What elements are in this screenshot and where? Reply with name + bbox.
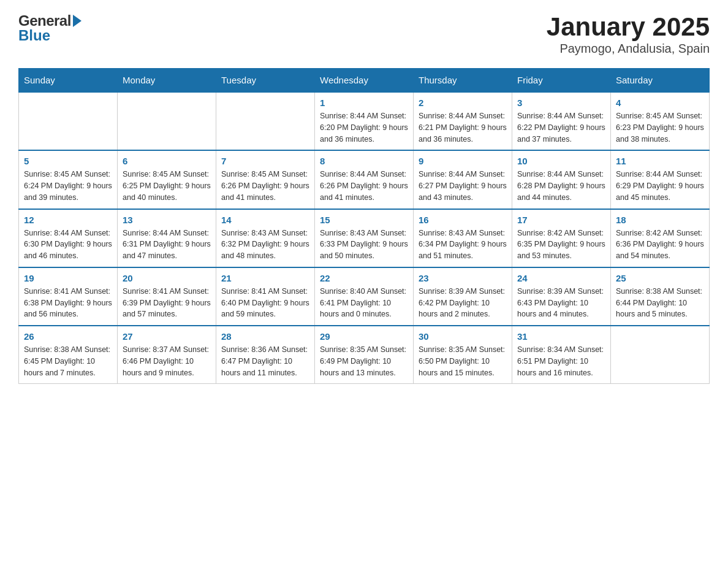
calendar-week-2: 5Sunrise: 8:45 AM Sunset: 6:24 PM Daylig…	[19, 150, 710, 209]
day-info: Sunrise: 8:45 AM Sunset: 6:24 PM Dayligh…	[24, 169, 112, 203]
day-info: Sunrise: 8:37 AM Sunset: 6:46 PM Dayligh…	[123, 344, 211, 378]
day-number: 9	[419, 156, 507, 166]
day-info: Sunrise: 8:38 AM Sunset: 6:44 PM Dayligh…	[616, 286, 704, 320]
calendar-day: 11Sunrise: 8:44 AM Sunset: 6:29 PM Dayli…	[611, 150, 710, 209]
day-info: Sunrise: 8:44 AM Sunset: 6:21 PM Dayligh…	[419, 110, 507, 145]
day-info: Sunrise: 8:45 AM Sunset: 6:25 PM Dayligh…	[123, 169, 211, 203]
calendar-day: 26Sunrise: 8:38 AM Sunset: 6:45 PM Dayli…	[19, 326, 118, 384]
day-number: 14	[221, 215, 309, 225]
day-info: Sunrise: 8:35 AM Sunset: 6:50 PM Dayligh…	[419, 344, 507, 378]
day-info: Sunrise: 8:35 AM Sunset: 6:49 PM Dayligh…	[320, 344, 408, 378]
day-number: 5	[24, 156, 112, 166]
day-info: Sunrise: 8:44 AM Sunset: 6:26 PM Dayligh…	[320, 169, 408, 203]
calendar-day: 5Sunrise: 8:45 AM Sunset: 6:24 PM Daylig…	[19, 150, 118, 209]
weekday-header-wednesday: Wednesday	[315, 69, 414, 93]
day-number: 27	[123, 331, 211, 342]
calendar-header: SundayMondayTuesdayWednesdayThursdayFrid…	[19, 69, 710, 93]
logo: General Blue	[18, 12, 82, 44]
calendar-title: January 2025	[547, 12, 710, 42]
day-number: 1	[320, 98, 408, 108]
day-number: 31	[517, 331, 605, 342]
calendar-day: 7Sunrise: 8:45 AM Sunset: 6:26 PM Daylig…	[216, 150, 315, 209]
day-info: Sunrise: 8:36 AM Sunset: 6:47 PM Dayligh…	[221, 344, 309, 378]
calendar-day: 10Sunrise: 8:44 AM Sunset: 6:28 PM Dayli…	[512, 150, 611, 209]
day-number: 18	[616, 215, 704, 225]
day-number: 17	[517, 215, 605, 225]
calendar-day: 23Sunrise: 8:39 AM Sunset: 6:42 PM Dayli…	[414, 267, 512, 326]
calendar-day: 30Sunrise: 8:35 AM Sunset: 6:50 PM Dayli…	[414, 326, 512, 384]
day-number: 7	[221, 156, 309, 166]
calendar-day: 27Sunrise: 8:37 AM Sunset: 6:46 PM Dayli…	[118, 326, 216, 384]
day-info: Sunrise: 8:45 AM Sunset: 6:23 PM Dayligh…	[616, 110, 704, 145]
weekday-header-tuesday: Tuesday	[216, 69, 315, 93]
day-number: 10	[517, 156, 605, 166]
day-number: 25	[616, 273, 704, 283]
calendar-day: 24Sunrise: 8:39 AM Sunset: 6:43 PM Dayli…	[512, 267, 611, 326]
day-number: 16	[419, 215, 507, 225]
day-number: 2	[419, 98, 507, 108]
calendar-day: 13Sunrise: 8:44 AM Sunset: 6:31 PM Dayli…	[118, 209, 216, 267]
calendar-day: 2Sunrise: 8:44 AM Sunset: 6:21 PM Daylig…	[414, 92, 512, 150]
weekday-header-monday: Monday	[118, 69, 216, 93]
day-number: 29	[320, 331, 408, 342]
calendar-day: 28Sunrise: 8:36 AM Sunset: 6:47 PM Dayli…	[216, 326, 315, 384]
day-number: 21	[221, 273, 309, 283]
day-number: 24	[517, 273, 605, 283]
weekday-header-sunday: Sunday	[19, 69, 118, 93]
day-number: 28	[221, 331, 309, 342]
day-number: 22	[320, 273, 408, 283]
day-number: 4	[616, 98, 704, 108]
day-info: Sunrise: 8:43 AM Sunset: 6:33 PM Dayligh…	[320, 228, 408, 262]
day-number: 6	[123, 156, 211, 166]
calendar-week-3: 12Sunrise: 8:44 AM Sunset: 6:30 PM Dayli…	[19, 209, 710, 267]
calendar-day: 15Sunrise: 8:43 AM Sunset: 6:33 PM Dayli…	[315, 209, 414, 267]
calendar-day: 9Sunrise: 8:44 AM Sunset: 6:27 PM Daylig…	[414, 150, 512, 209]
calendar-day	[118, 92, 216, 150]
calendar-day: 25Sunrise: 8:38 AM Sunset: 6:44 PM Dayli…	[611, 267, 710, 326]
day-info: Sunrise: 8:40 AM Sunset: 6:41 PM Dayligh…	[320, 286, 408, 320]
day-info: Sunrise: 8:44 AM Sunset: 6:20 PM Dayligh…	[320, 110, 408, 145]
logo-arrow-icon	[73, 15, 82, 27]
weekday-header-saturday: Saturday	[611, 69, 710, 93]
day-info: Sunrise: 8:44 AM Sunset: 6:29 PM Dayligh…	[616, 169, 704, 203]
calendar-day: 16Sunrise: 8:43 AM Sunset: 6:34 PM Dayli…	[414, 209, 512, 267]
day-number: 8	[320, 156, 408, 166]
page-header: General Blue January 2025 Paymogo, Andal…	[18, 12, 710, 56]
day-info: Sunrise: 8:41 AM Sunset: 6:40 PM Dayligh…	[221, 286, 309, 320]
day-info: Sunrise: 8:39 AM Sunset: 6:42 PM Dayligh…	[419, 286, 507, 320]
title-section: January 2025 Paymogo, Andalusia, Spain	[547, 12, 710, 56]
calendar-day: 18Sunrise: 8:42 AM Sunset: 6:36 PM Dayli…	[611, 209, 710, 267]
logo-blue-text: Blue	[18, 27, 50, 44]
day-number: 20	[123, 273, 211, 283]
calendar-day: 20Sunrise: 8:41 AM Sunset: 6:39 PM Dayli…	[118, 267, 216, 326]
calendar-table: SundayMondayTuesdayWednesdayThursdayFrid…	[18, 68, 710, 384]
weekday-header-row: SundayMondayTuesdayWednesdayThursdayFrid…	[19, 69, 710, 93]
day-number: 15	[320, 215, 408, 225]
day-info: Sunrise: 8:39 AM Sunset: 6:43 PM Dayligh…	[517, 286, 605, 320]
day-info: Sunrise: 8:44 AM Sunset: 6:31 PM Dayligh…	[123, 228, 211, 262]
day-number: 26	[24, 331, 112, 342]
calendar-day	[216, 92, 315, 150]
calendar-day: 1Sunrise: 8:44 AM Sunset: 6:20 PM Daylig…	[315, 92, 414, 150]
calendar-day: 29Sunrise: 8:35 AM Sunset: 6:49 PM Dayli…	[315, 326, 414, 384]
day-info: Sunrise: 8:44 AM Sunset: 6:30 PM Dayligh…	[24, 228, 112, 262]
weekday-header-thursday: Thursday	[414, 69, 512, 93]
day-info: Sunrise: 8:44 AM Sunset: 6:27 PM Dayligh…	[419, 169, 507, 203]
weekday-header-friday: Friday	[512, 69, 611, 93]
day-info: Sunrise: 8:44 AM Sunset: 6:22 PM Dayligh…	[517, 110, 605, 145]
day-info: Sunrise: 8:43 AM Sunset: 6:34 PM Dayligh…	[419, 228, 507, 262]
calendar-day: 31Sunrise: 8:34 AM Sunset: 6:51 PM Dayli…	[512, 326, 611, 384]
day-info: Sunrise: 8:41 AM Sunset: 6:39 PM Dayligh…	[123, 286, 211, 320]
calendar-day	[19, 92, 118, 150]
day-number: 23	[419, 273, 507, 283]
calendar-day: 12Sunrise: 8:44 AM Sunset: 6:30 PM Dayli…	[19, 209, 118, 267]
day-info: Sunrise: 8:41 AM Sunset: 6:38 PM Dayligh…	[24, 286, 112, 320]
calendar-day: 6Sunrise: 8:45 AM Sunset: 6:25 PM Daylig…	[118, 150, 216, 209]
calendar-day: 14Sunrise: 8:43 AM Sunset: 6:32 PM Dayli…	[216, 209, 315, 267]
calendar-body: 1Sunrise: 8:44 AM Sunset: 6:20 PM Daylig…	[19, 92, 710, 384]
day-number: 3	[517, 98, 605, 108]
calendar-day: 19Sunrise: 8:41 AM Sunset: 6:38 PM Dayli…	[19, 267, 118, 326]
calendar-day: 17Sunrise: 8:42 AM Sunset: 6:35 PM Dayli…	[512, 209, 611, 267]
calendar-day: 4Sunrise: 8:45 AM Sunset: 6:23 PM Daylig…	[611, 92, 710, 150]
calendar-day	[611, 326, 710, 384]
